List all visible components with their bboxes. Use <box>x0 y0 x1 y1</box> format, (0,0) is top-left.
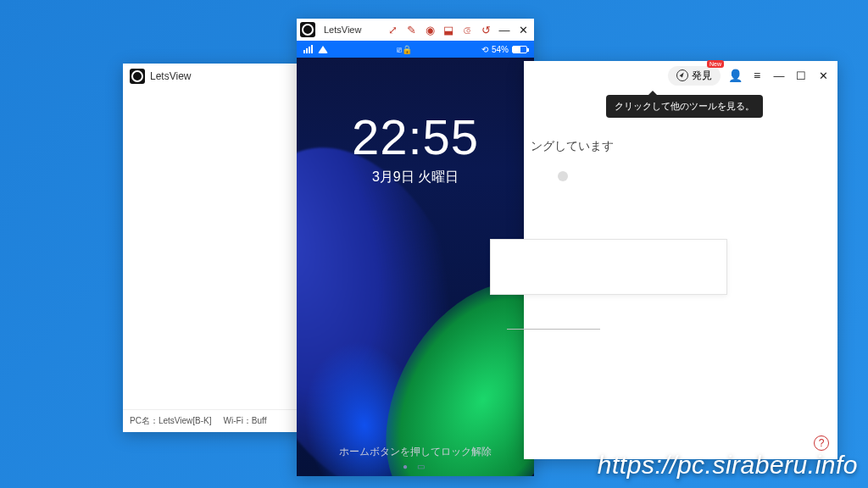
loading-indicator <box>558 171 568 181</box>
clock-time: 22:55 <box>297 108 534 165</box>
menu-icon[interactable]: ≡ <box>749 68 765 83</box>
lockscreen-clock: 22:55 3月9日 火曜日 <box>297 108 534 186</box>
minimize-icon[interactable]: — <box>497 22 512 37</box>
compass-icon <box>676 69 688 81</box>
clock-date: 3月9日 火曜日 <box>297 169 534 186</box>
help-icon[interactable]: ? <box>814 435 829 451</box>
status-text-fragment: ングしています <box>531 139 614 154</box>
close-button[interactable]: ✕ <box>815 68 831 83</box>
screen-share-icon: ⎚🔒 <box>397 45 412 54</box>
user-icon[interactable]: 👤 <box>727 68 743 83</box>
footer-pc-name: PC名：LetsView[B-K] <box>130 415 212 427</box>
discover-label: 発見 <box>692 69 712 83</box>
letsview-app-icon <box>130 69 145 84</box>
battery-icon <box>512 46 527 53</box>
left-window-title: LetsView <box>150 70 191 82</box>
mirror-toolbar: LetsView ⤢ ✎ ◉ ⬓ ⟃ ↺ — ✕ <box>297 19 534 41</box>
minimize-button[interactable]: — <box>771 68 787 83</box>
letsview-main-window: 発見 New 👤 ≡ — ☐ ✕ クリックして他のツールを見る。 ングしています… <box>524 61 837 459</box>
code-input-box[interactable] <box>490 239 727 295</box>
page-indicator: ● ▭ <box>297 462 534 471</box>
close-icon[interactable]: ✕ <box>515 22 531 37</box>
wifi-icon <box>318 46 328 53</box>
separator <box>507 329 600 330</box>
footer-wifi-value: Buff <box>252 416 267 425</box>
signal-icon <box>303 45 313 53</box>
crop-icon[interactable]: ⟃ <box>459 22 475 37</box>
new-badge: New <box>707 60 724 68</box>
rotate-icon[interactable]: ↺ <box>478 22 493 37</box>
discover-tooltip: クリックして他のツールを見る。 <box>606 95 763 118</box>
pin-icon[interactable]: ⬓ <box>441 22 456 37</box>
watermark-url: https://pc.siraberu.info <box>598 451 858 480</box>
phone-status-bar: ⎚🔒 ⟲ 54% <box>297 41 534 58</box>
record-icon[interactable]: ◉ <box>422 22 437 37</box>
footer-wifi-label: Wi-Fi： <box>224 416 252 425</box>
discover-button[interactable]: 発見 New <box>668 66 721 86</box>
brush-icon[interactable]: ✎ <box>403 22 419 37</box>
fullscreen-icon[interactable]: ⤢ <box>385 22 400 37</box>
footer-wifi: Wi-Fi：Buff <box>224 415 267 427</box>
footer-pc-value: LetsView[B-K] <box>159 416 212 425</box>
maximize-button[interactable]: ☐ <box>793 68 809 83</box>
footer-pc-label: PC名： <box>130 416 159 425</box>
rotation-lock-icon: ⟲ <box>481 45 488 54</box>
letsview-app-icon <box>300 22 315 37</box>
battery-percent: 54% <box>492 45 509 54</box>
help-symbol: ? <box>819 437 825 449</box>
mirror-window-title: LetsView <box>324 25 361 35</box>
right-window-topbar: 発見 New 👤 ≡ — ☐ ✕ <box>524 61 837 90</box>
unlock-hint: ホームボタンを押してロック解除 <box>297 445 534 459</box>
